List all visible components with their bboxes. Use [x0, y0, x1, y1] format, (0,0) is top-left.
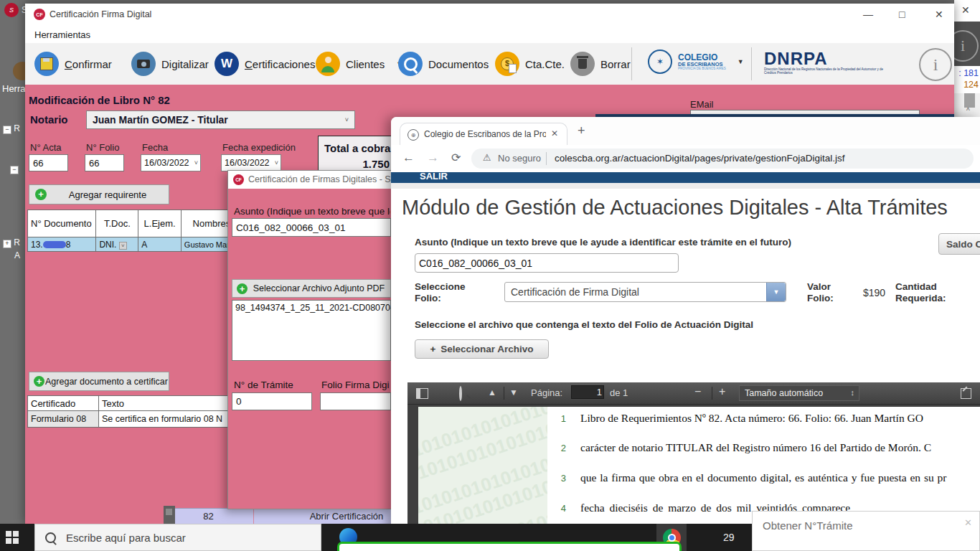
- certificaciones-button[interactable]: W Certificaciones: [215, 52, 315, 76]
- app-toolbar: Confirmar Digitalizar W Certificaciones …: [25, 43, 954, 85]
- folio-select[interactable]: Certificación de Firma Digital ▼: [504, 282, 786, 302]
- reload-icon[interactable]: ⟳: [451, 151, 461, 164]
- col-header[interactable]: Certificado: [28, 396, 99, 411]
- fexp-select[interactable]: 16/03/2022 ˅: [221, 154, 281, 171]
- url-text[interactable]: colescba.org.ar/actuacionDigital/pages/p…: [555, 153, 967, 164]
- background-window-left: S Si Herra − R − + R A: [0, 0, 26, 524]
- colegio-logo[interactable]: ✶ COLEGIO DE ESCRIBANOS PROVINCIA DE BUE…: [648, 50, 744, 74]
- new-tab-icon[interactable]: +: [578, 123, 585, 138]
- libro-number-cell[interactable]: 82: [203, 511, 213, 522]
- notario-select[interactable]: Juan Martín GOMEZ - Titular ˅: [86, 110, 355, 129]
- coins-icon: $: [495, 52, 519, 76]
- tree-collapse-icon[interactable]: −: [3, 126, 11, 134]
- tdoc-select[interactable]: DNI. ˅: [96, 237, 138, 252]
- col-header[interactable]: T.Doc.: [96, 210, 138, 237]
- minimize-icon[interactable]: —: [863, 9, 873, 20]
- globe-icon: ⊕: [407, 129, 419, 141]
- cf-logo-icon: CF: [233, 174, 244, 185]
- warning-icon[interactable]: ⚠: [483, 152, 491, 163]
- page-number-input[interactable]: [571, 385, 604, 399]
- dnrpa-logo: DNRPA Dirección Nacional de los Registro…: [764, 50, 893, 75]
- confirmar-button[interactable]: Confirmar: [34, 52, 112, 76]
- background-tree-item[interactable]: − R: [3, 123, 20, 134]
- back-icon[interactable]: ←: [402, 151, 415, 165]
- email-label: EMail: [690, 99, 714, 110]
- close-icon[interactable]: ✕: [551, 128, 558, 138]
- agregar-requirente-button[interactable]: + Agregar requirente: [29, 184, 169, 204]
- zoom-in-icon[interactable]: +: [719, 385, 725, 398]
- tramite-input[interactable]: [232, 392, 312, 410]
- tree-collapse-icon[interactable]: −: [10, 166, 19, 174]
- close-icon[interactable]: ✕: [964, 517, 972, 528]
- abrir-certificacion-cell[interactable]: Abrir Certificación: [310, 511, 384, 522]
- notario-label: Notario: [30, 113, 68, 126]
- asunto-label: Asunto (Indique un texto breve que le ay…: [415, 237, 791, 248]
- zoom-select[interactable]: Tamaño automático ↕: [739, 385, 859, 401]
- background-tree-item[interactable]: −: [10, 164, 19, 174]
- folio-input[interactable]: [85, 154, 124, 171]
- page-up-icon[interactable]: ▲: [488, 387, 496, 397]
- background-tree-item[interactable]: A: [14, 250, 20, 260]
- cantidad-label: Cantidad Requerida:: [895, 281, 956, 304]
- col-header[interactable]: L.Ejem.: [138, 210, 181, 237]
- valor-folio-value: $190: [863, 287, 885, 298]
- app-titlebar[interactable]: CF Certificación Firma Digital — □ ✕: [25, 4, 954, 25]
- seleccionar-pdf-button[interactable]: + Seleccionar Archivo Adjunto PDF: [232, 279, 391, 298]
- salir-navbar[interactable]: SALIR: [391, 172, 980, 183]
- taskbar-search[interactable]: Escribe aquí para buscar: [34, 524, 321, 551]
- saldo-button[interactable]: Saldo C: [938, 233, 980, 255]
- salir-link[interactable]: SALIR: [420, 172, 448, 182]
- green-border-window[interactable]: [337, 542, 682, 551]
- dialog-titlebar[interactable]: CF Certificación de Firmas Digitales - S…: [228, 171, 391, 189]
- start-button[interactable]: [6, 531, 19, 544]
- menu-herramientas[interactable]: Herramientas: [34, 29, 90, 40]
- seleccione-folio-label: Seleccione Folio:: [415, 281, 476, 304]
- ctacte-button[interactable]: $ Cta.Cte.: [495, 52, 565, 76]
- digitalizar-button[interactable]: Digitalizar: [131, 52, 209, 76]
- total-value: 1.750: [362, 158, 390, 170]
- page-down-icon[interactable]: ▼: [509, 387, 518, 397]
- forward-icon[interactable]: →: [427, 151, 439, 165]
- archivos-listbox[interactable]: 98_1494374_1_25_11_2021-CD08070-01.pdf: [232, 300, 391, 361]
- acta-input[interactable]: [29, 154, 68, 171]
- address-bar[interactable]: ⚠ No seguro colescba.org.ar/actuacionDig…: [471, 149, 974, 169]
- asunto-input[interactable]: [415, 253, 679, 273]
- select-dropdown-button[interactable]: ▼: [766, 283, 786, 301]
- col-header[interactable]: Texto: [99, 396, 228, 411]
- table-row[interactable]: 13.8 DNI. ˅ A Gustavo Mario: [28, 237, 228, 252]
- col-header[interactable]: Nombres: [181, 210, 227, 237]
- chevron-down-icon[interactable]: ▼: [738, 58, 744, 65]
- close-icon[interactable]: ✕: [961, 4, 970, 16]
- background-menu[interactable]: Herra: [2, 83, 26, 94]
- info-icon[interactable]: i: [954, 30, 979, 62]
- scroll-up-icon[interactable]: ^: [966, 107, 970, 115]
- page-content: SALIR Módulo de Gestión de Actuaciones D…: [391, 172, 980, 551]
- table-row[interactable]: Formulario 08 Se certifica en formulario…: [28, 411, 228, 428]
- person-icon: [316, 52, 340, 76]
- maximize-icon[interactable]: □: [899, 9, 905, 20]
- presentation-mode-icon[interactable]: [961, 388, 971, 399]
- tree-expand-icon[interactable]: +: [3, 240, 11, 248]
- dialog-asunto-input[interactable]: [232, 218, 391, 237]
- zoom-out-icon[interactable]: −: [694, 385, 701, 398]
- divider: [546, 152, 547, 165]
- scrollbar-thumb[interactable]: [964, 93, 975, 108]
- search-icon[interactable]: [459, 387, 462, 400]
- fecha-select[interactable]: 16/03/2022 ˅: [141, 154, 201, 171]
- chevron-down-icon: ▼: [773, 288, 780, 296]
- sidebar-toggle-icon[interactable]: [416, 388, 428, 399]
- col-header[interactable]: N° Documento: [28, 210, 96, 237]
- documentos-button[interactable]: Documentos ▼: [398, 52, 505, 76]
- agregar-documento-button[interactable]: + Agregar documento a certificar: [29, 372, 169, 391]
- security-label[interactable]: No seguro: [498, 153, 541, 164]
- clientes-button[interactable]: Clientes ▼: [316, 52, 402, 76]
- folio-firma-input[interactable]: [320, 392, 391, 410]
- seleccionar-archivo-button[interactable]: +Seleccionar Archivo: [415, 339, 549, 359]
- plus-icon: +: [430, 344, 435, 354]
- info-icon[interactable]: i: [919, 48, 952, 81]
- scrollbar[interactable]: ^: [954, 93, 980, 119]
- background-tree-item[interactable]: + R: [3, 237, 20, 248]
- browser-tab[interactable]: ⊕ Colegio de Escribanos de la Prov ✕: [400, 123, 567, 146]
- close-icon[interactable]: ✕: [935, 9, 943, 20]
- borrar-button[interactable]: Borrar: [570, 52, 631, 76]
